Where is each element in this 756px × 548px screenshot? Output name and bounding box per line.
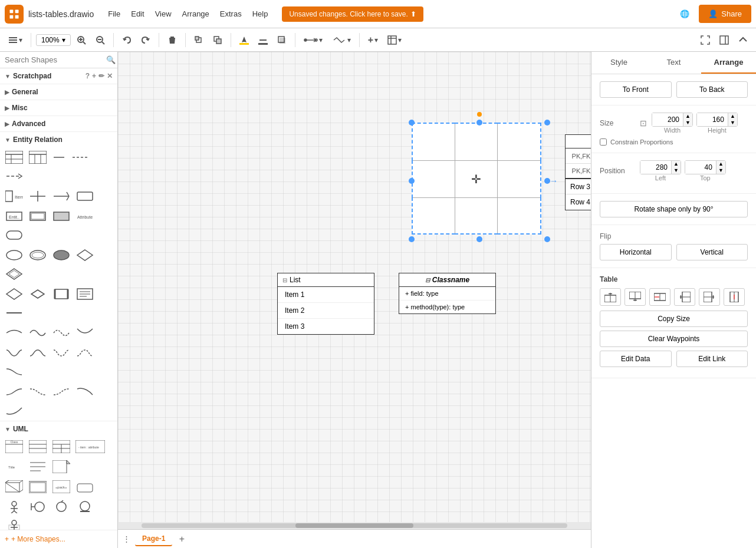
er-s4[interactable]: [74, 384, 96, 400]
list-shape[interactable]: ⊟ List Item 1 Item 2 Item 3: [277, 273, 374, 335]
uml-actor2[interactable]: [4, 517, 25, 530]
more-shapes-button[interactable]: + + More Shapes...: [0, 530, 117, 548]
resize-handle-r[interactable]: →: [550, 176, 558, 186]
canvas-scrollbar[interactable]: [118, 522, 591, 529]
general-header[interactable]: ▶ General: [0, 84, 117, 100]
uml-control[interactable]: [51, 499, 72, 515]
er-curl4[interactable]: [74, 345, 96, 361]
er-diamond4-shape[interactable]: [27, 286, 48, 302]
selection-handle-tr[interactable]: [544, 120, 550, 126]
collapse-button[interactable]: [735, 33, 751, 47]
to-front-button[interactable]: To Front: [600, 81, 672, 98]
insert-row-below-button[interactable]: [624, 288, 646, 306]
er-diamond2-shape[interactable]: [4, 266, 25, 282]
redo-button[interactable]: [137, 33, 154, 47]
er-entity-shape[interactable]: Entit..: [4, 208, 25, 225]
er-curl2[interactable]: [27, 345, 48, 361]
er-diamond1-shape[interactable]: [74, 247, 96, 263]
menu-file[interactable]: File: [103, 7, 125, 21]
selection-handle-bm[interactable]: [476, 236, 482, 242]
menu-help[interactable]: Help: [248, 7, 273, 21]
db-table-row-3[interactable]: Row 3: [566, 179, 591, 194]
top-up-button[interactable]: ▲: [716, 161, 725, 167]
shadow-button[interactable]: [274, 33, 290, 47]
canvas[interactable]: → ✛: [118, 52, 591, 529]
waypoint-button[interactable]: ▾: [328, 33, 354, 47]
uml-class3[interactable]: [51, 438, 72, 455]
height-up-button[interactable]: ▲: [728, 113, 737, 120]
share-button[interactable]: 👤 Share: [699, 5, 751, 23]
uml-actor1[interactable]: [4, 499, 25, 515]
rotate-button[interactable]: Rotate shape only by 90°: [600, 201, 748, 217]
list-item-2[interactable]: Item 2: [278, 303, 374, 319]
er-table-cols-shape[interactable]: [27, 149, 48, 166]
height-input[interactable]: [697, 113, 728, 126]
scratchpad-add-icon[interactable]: +: [92, 72, 96, 80]
scratchpad-help-icon[interactable]: ?: [86, 72, 90, 80]
scrollbar-thumb[interactable]: [295, 523, 413, 528]
menu-extras[interactable]: Extras: [215, 7, 246, 21]
er-shape4[interactable]: [74, 188, 96, 204]
zoom-display[interactable]: 100% ▾: [36, 34, 71, 46]
er-s1[interactable]: [4, 384, 25, 400]
uml-node1[interactable]: [4, 478, 25, 495]
er-conn3[interactable]: [51, 325, 72, 341]
er-weak-shape[interactable]: [51, 208, 72, 225]
class-item-2[interactable]: + method(type): type: [399, 301, 495, 313]
top-down-button[interactable]: ▼: [716, 167, 725, 174]
copy-size-button[interactable]: Copy Size: [600, 311, 748, 327]
er-note-shape[interactable]: [74, 286, 96, 302]
uml-node2[interactable]: [27, 478, 48, 495]
uml-class4[interactable]: - item : attribute: [74, 438, 106, 455]
uml-node4[interactable]: [74, 478, 96, 495]
er-arrow-line-shape[interactable]: [4, 168, 25, 184]
undo-button[interactable]: [119, 33, 135, 47]
uml-boundary[interactable]: [27, 499, 48, 515]
selection-handle-mr[interactable]: [544, 178, 550, 184]
width-input[interactable]: [652, 113, 683, 126]
list-item-1[interactable]: Item 1: [278, 287, 374, 303]
format-panel-button[interactable]: [716, 33, 732, 47]
table-button[interactable]: ▾: [384, 33, 405, 47]
selection-handle-ml[interactable]: [409, 178, 415, 184]
er-curl5[interactable]: [4, 364, 25, 380]
er-line-shape[interactable]: [51, 149, 67, 166]
er-curl3[interactable]: [51, 345, 72, 361]
scratchpad-header[interactable]: ▼ Scratchpad ? + ✏ ✕: [0, 68, 117, 84]
rotate-handle[interactable]: [477, 112, 482, 117]
width-down-button[interactable]: ▼: [683, 120, 692, 126]
left-up-button[interactable]: ▲: [672, 161, 681, 167]
selection-handle-br[interactable]: [544, 236, 550, 242]
add-page-button[interactable]: +: [175, 532, 189, 546]
width-up-button[interactable]: ▲: [683, 113, 692, 120]
zoom-in-button[interactable]: [73, 33, 90, 47]
er-s5[interactable]: [4, 402, 25, 419]
insert-col-right-button[interactable]: [699, 288, 720, 306]
er-curl1[interactable]: [4, 345, 25, 361]
er-fork-shape[interactable]: [51, 188, 72, 204]
er-s3[interactable]: [51, 384, 72, 400]
db-table-row-2[interactable]: PK,FK2 Row 2: [566, 164, 591, 179]
editing-table-grid[interactable]: ✛: [412, 123, 541, 235]
scratchpad-close-icon[interactable]: ✕: [107, 72, 113, 80]
er-rect-shape[interactable]: [4, 227, 25, 243]
sidebar-toggle-button[interactable]: ▾: [5, 33, 26, 47]
db-table-shape[interactable]: ⊟ Table PK,FK1 Row 1 PK,FK2 Row 2 Row 3 …: [565, 134, 591, 210]
fill-color-button[interactable]: [236, 33, 252, 47]
db-table-row-4[interactable]: Row 4: [566, 194, 591, 210]
er-item-label-shape[interactable]: Item: [4, 188, 25, 204]
db-table-row-1[interactable]: PK,FK1 Row 1: [566, 148, 591, 164]
class-item-1[interactable]: + field: type: [399, 287, 495, 301]
to-back-toolbar-button[interactable]: [209, 33, 226, 47]
uml-note3[interactable]: [51, 458, 72, 475]
er-entity2-shape[interactable]: [27, 208, 48, 225]
add-shape-button[interactable]: + ▾: [364, 32, 382, 48]
advanced-header[interactable]: ▶ Advanced: [0, 116, 117, 131]
er-ellipse3-shape[interactable]: [51, 247, 72, 263]
tab-text[interactable]: Text: [646, 52, 701, 74]
top-input[interactable]: [685, 161, 716, 174]
selection-handle-tm[interactable]: [476, 120, 482, 126]
er-s2[interactable]: [27, 384, 48, 400]
er-connector-shape[interactable]: [27, 188, 48, 204]
unsaved-changes-button[interactable]: Unsaved changes. Click here to save. ⬆: [282, 6, 423, 22]
